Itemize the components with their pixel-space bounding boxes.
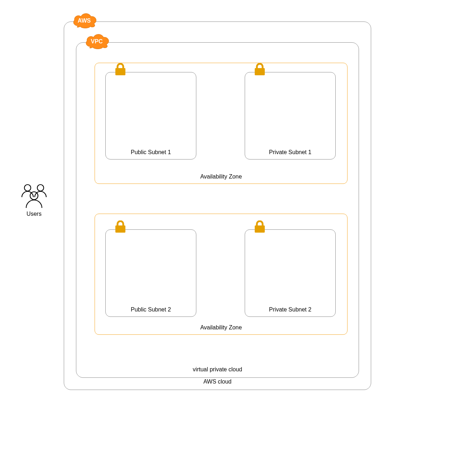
svg-rect-6	[255, 68, 265, 75]
svg-rect-7	[115, 225, 125, 233]
svg-text:AWS: AWS	[78, 18, 91, 24]
svg-rect-5	[115, 68, 125, 75]
vpc-cloud-icon: VPC	[83, 32, 110, 49]
vpc-label: virtual private cloud	[76, 366, 359, 373]
public-subnet-2-label: Public Subnet 2	[105, 306, 196, 313]
svg-text:VPC: VPC	[91, 38, 103, 44]
private-subnet-2	[245, 229, 336, 317]
public-subnet-1-label: Public Subnet 1	[105, 149, 196, 156]
private-subnet-1-label: Private Subnet 1	[245, 149, 336, 156]
users-icon	[20, 183, 48, 209]
private-subnet-1	[245, 72, 336, 160]
aws-cloud-icon: AWS	[71, 11, 98, 29]
svg-rect-8	[255, 225, 265, 233]
aws-cloud-label: AWS cloud	[64, 379, 371, 385]
public-subnet-1	[105, 72, 196, 160]
lock-icon	[254, 220, 265, 233]
lock-icon	[115, 63, 126, 75]
users-label: Users	[20, 211, 48, 217]
lock-icon	[254, 63, 265, 75]
public-subnet-2	[105, 229, 196, 317]
availability-zone-1-label: Availability Zone	[95, 173, 348, 180]
svg-point-1	[37, 185, 44, 191]
svg-point-0	[24, 185, 31, 191]
availability-zone-2-label: Availability Zone	[95, 324, 348, 331]
svg-point-2	[30, 192, 38, 200]
private-subnet-2-label: Private Subnet 2	[245, 306, 336, 313]
users-group: Users	[20, 183, 48, 219]
lock-icon	[115, 220, 126, 233]
